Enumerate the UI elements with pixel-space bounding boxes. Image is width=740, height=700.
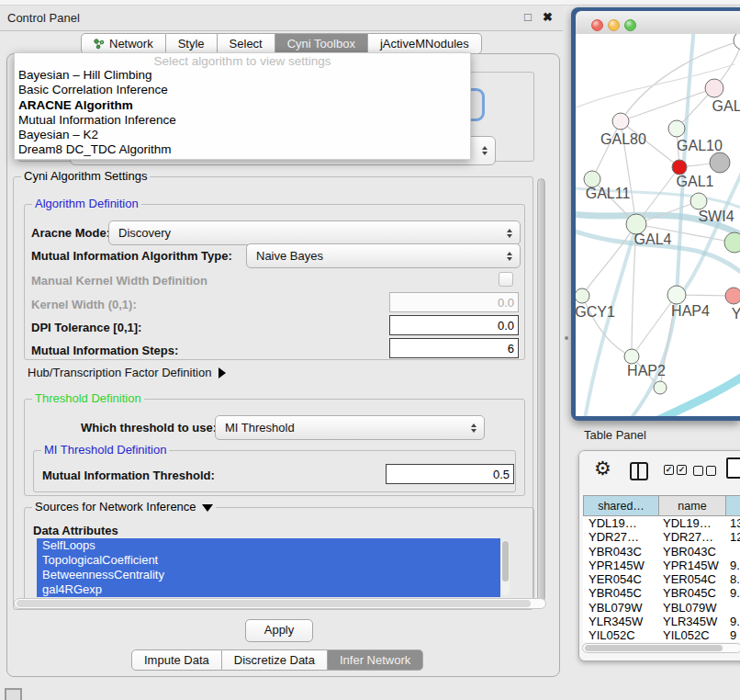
scrollbar-thumb[interactable]	[537, 178, 545, 603]
gear-icon[interactable]: ⚙	[594, 458, 611, 478]
attribute-item-betweennesscentrality[interactable]: BetweennessCentrality	[37, 568, 500, 582]
table-cell[interactable]: YIL052C	[659, 628, 726, 642]
close-panel-icon[interactable]: ✖	[543, 10, 553, 24]
algorithm-option-mutual-information-inference[interactable]: Mutual Information Inference	[15, 113, 470, 128]
scrollbar-thumb[interactable]	[585, 645, 723, 651]
attribute-item-topologicalcoefficient[interactable]: TopologicalCoefficient	[37, 553, 500, 568]
close-window-icon[interactable]	[591, 19, 603, 31]
tab-select[interactable]: Select	[218, 33, 275, 54]
attribute-item-selfloops[interactable]: SelfLoops	[37, 538, 500, 553]
table-cell[interactable]: YPR145W	[583, 559, 659, 572]
collapsed-panel-icon[interactable]	[5, 688, 22, 700]
attributes-list-scrollbar[interactable]	[501, 540, 510, 595]
network-node[interactable]	[654, 381, 667, 394]
tab-cyni-toolbox[interactable]: Cyni Toolbox	[275, 33, 368, 54]
hub-definition-expander[interactable]: Hub/Transcription Factor Definition	[28, 366, 226, 379]
algorithm-option-dream8-dc-tdc-algorithm[interactable]: Dream8 DC_TDC Algorithm	[15, 142, 470, 157]
mi-threshold-input[interactable]	[386, 464, 514, 484]
table-cell[interactable]	[726, 545, 740, 559]
algorithm-option-bayesian-hill-climbing[interactable]: Bayesian – Hill Climbing	[15, 68, 470, 83]
zoom-window-icon[interactable]	[624, 19, 636, 31]
table-cell[interactable]: 13	[726, 516, 740, 530]
column-view-icon[interactable]	[630, 462, 648, 480]
apply-button[interactable]: Apply	[245, 619, 313, 642]
network-node-hap4[interactable]	[667, 286, 686, 304]
table-row[interactable]: YPR145WYPR145W9.	[583, 559, 740, 572]
table-cell[interactable]: YLR345W	[583, 615, 659, 628]
file-icon[interactable]	[726, 457, 740, 479]
table-cell[interactable]: 8.	[726, 572, 740, 586]
table-cell[interactable]: YDR27…	[583, 530, 659, 544]
table-row[interactable]: YBR045CYBR045C9.	[583, 586, 740, 600]
network-node-gal10[interactable]	[668, 120, 685, 137]
table-cell[interactable]: YBR045C	[659, 586, 726, 600]
table-cell[interactable]: YDL19…	[583, 516, 659, 530]
table-cell[interactable]: YDR27…	[659, 530, 726, 544]
split-pane-handle[interactable]	[565, 336, 568, 340]
network-node-gal7[interactable]	[705, 79, 723, 97]
network-node-hap2[interactable]	[624, 349, 639, 364]
table-row[interactable]: YBL079WYBL079W	[583, 601, 740, 615]
table-cell[interactable]: YDL19…	[659, 516, 726, 530]
table-horizontal-scrollbar[interactable]	[582, 643, 740, 653]
table-row[interactable]: YIL052CYIL052C9	[583, 628, 740, 642]
settings-horizontal-scrollbar[interactable]	[14, 598, 546, 609]
network-node-swi4[interactable]	[690, 193, 707, 209]
table-cell[interactable]: YER054C	[583, 572, 659, 586]
aracne-mode-combobox[interactable]: Discovery	[108, 220, 521, 245]
algorithm-option-bayesian-k2[interactable]: Bayesian – K2	[15, 128, 470, 142]
column-header-shared[interactable]: shared…	[583, 495, 659, 516]
network-view-canvas[interactable]: GAL7GAL80GAL10GAL1GAL11SWI4GAL4GCY1HAP4Y…	[576, 34, 740, 416]
table-cell[interactable]: YIL052C	[583, 628, 659, 642]
collapse-arrow-icon[interactable]	[202, 504, 213, 512]
column-header-2[interactable]	[726, 495, 740, 516]
table-cell[interactable]: YBR045C	[583, 586, 659, 600]
table-cell[interactable]: YLR345W	[659, 615, 726, 628]
attribute-item-gal4rgexp[interactable]: gal4RGexp	[37, 582, 500, 597]
table-cell[interactable]: 9.	[726, 615, 740, 628]
table-cell[interactable]: YBL079W	[583, 601, 659, 615]
network-node[interactable]	[710, 152, 730, 173]
table-cell[interactable]	[726, 601, 740, 615]
manual-kernel-width-checkbox[interactable]	[499, 272, 513, 287]
network-node-gcy1[interactable]	[576, 288, 589, 303]
algorithm-option-aracne-algorithm[interactable]: ARACNE Algorithm	[15, 98, 470, 113]
network-node-gal1[interactable]	[672, 160, 687, 175]
table-cell[interactable]: 9.	[726, 586, 740, 600]
scrollbar-thumb[interactable]	[17, 600, 531, 607]
kernel-width-input[interactable]	[389, 292, 519, 312]
table-row[interactable]: YLR345WYLR345W9.	[583, 615, 740, 628]
minimize-window-icon[interactable]	[608, 19, 620, 31]
table-cell[interactable]: YER054C	[659, 572, 726, 586]
table-row[interactable]: YBR043CYBR043C	[583, 545, 740, 559]
network-window-titlebar[interactable]	[576, 11, 740, 35]
scrollbar-thumb[interactable]	[502, 541, 509, 581]
table-cell[interactable]: YBR043C	[659, 545, 726, 559]
tab-infer-network[interactable]: Infer Network	[328, 649, 423, 671]
which-threshold-combobox[interactable]: MI Threshold	[215, 415, 485, 440]
table-cell[interactable]: 9.	[726, 559, 740, 572]
table-cell[interactable]: YBL079W	[659, 601, 726, 615]
table-cell[interactable]: YPR145W	[659, 559, 726, 572]
tab-impute-data[interactable]: Impute Data	[131, 649, 222, 671]
settings-vertical-scrollbar[interactable]	[536, 177, 546, 605]
network-node[interactable]	[734, 34, 740, 50]
network-node-y[interactable]	[725, 288, 740, 304]
column-header-name[interactable]: name	[659, 495, 726, 516]
algorithm-option-basic-correlation-inference[interactable]: Basic Correlation Inference	[15, 83, 470, 97]
network-node[interactable]	[724, 232, 740, 253]
table-cell[interactable]: 9	[726, 628, 740, 642]
table-row[interactable]: YDL19…YDL19…13	[583, 516, 740, 530]
tab-style[interactable]: Style	[166, 33, 218, 54]
float-panel-icon[interactable]: □	[524, 10, 532, 24]
network-node-gal80[interactable]	[612, 113, 629, 130]
table-row[interactable]: YER054CYER054C8.	[583, 572, 740, 586]
deselect-all-icon[interactable]	[693, 466, 716, 476]
mi-steps-input[interactable]	[389, 338, 519, 358]
mi-algorithm-type-combobox[interactable]: Naive Bayes	[246, 243, 521, 268]
select-all-icon[interactable]: ✓✓	[664, 465, 687, 475]
tab-network[interactable]: Network	[81, 33, 166, 54]
dpi-tolerance-input[interactable]	[389, 315, 519, 335]
table-cell[interactable]: YBR043C	[583, 545, 659, 559]
data-attributes-list[interactable]: SelfLoopsTopologicalCoefficientBetweenne…	[37, 538, 500, 597]
